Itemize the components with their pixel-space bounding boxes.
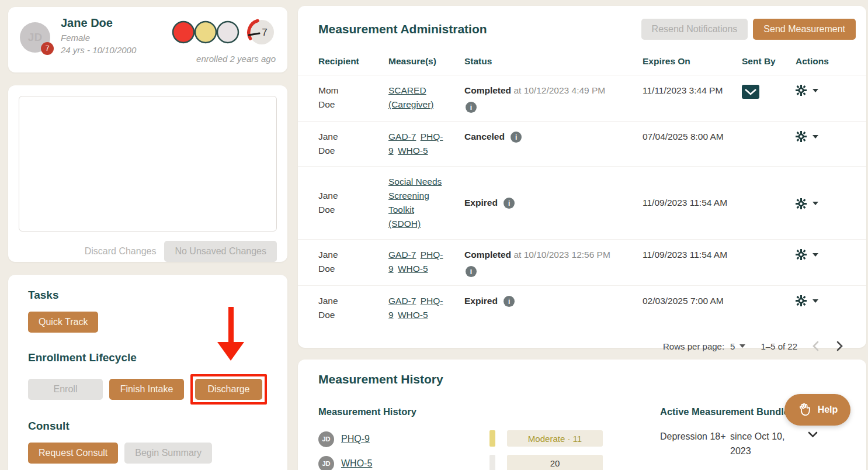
patient-sex: Female [61,32,136,44]
col-expires: Expires On [643,56,742,67]
gear-icon[interactable] [796,198,807,209]
measures-cell: GAD-7 PHQ-9 WHO-5 [388,294,464,322]
row-menu-caret-icon[interactable] [813,89,818,92]
sent-by-cell [742,175,796,176]
recipient-cell: Jane Doe [318,294,388,322]
stoplight-indicator-icon [172,19,239,47]
measure-link[interactable]: GAD-7 [388,132,416,141]
col-status: Status [464,56,643,67]
info-icon[interactable]: i [466,266,477,277]
help-label: Help [818,405,838,415]
gear-icon[interactable] [796,295,807,306]
pagination: Rows per page: 5 1–5 of 22 [298,330,866,351]
col-actions: Actions [796,56,866,67]
annotation-arrow [217,307,244,363]
prev-page-icon[interactable] [813,341,819,351]
notes-card: Discard Changes No Unsaved Changes [8,85,287,262]
actions-cell [796,294,866,306]
discard-changes-button[interactable]: Discard Changes [85,246,157,257]
next-page-icon[interactable] [836,341,843,351]
bundle-row: Depression 18+ since Oct 10, 2023 [660,429,818,458]
measurement-administration-panel: Measurement Administration Resend Notifi… [298,6,866,348]
email-icon [742,85,759,99]
actions-cell [796,84,866,96]
rows-per-page-select[interactable]: 5 [730,341,745,351]
sent-by-cell [742,294,796,295]
history-measure-link[interactable]: PHQ-9 [341,434,370,444]
notes-textarea[interactable] [19,96,277,231]
col-measures: Measure(s) [388,56,464,67]
measures-cell: GAD-7 PHQ-9 WHO-5 [388,248,464,276]
recipient-cell: Jane Doe [318,248,388,276]
begin-summary-button[interactable]: Begin Summary [124,443,212,464]
status-cell: Completed at 10/12/2023 4:49 PM i [464,84,643,113]
status-cell: Expired i [464,196,643,210]
history-row: JD WHO-5 20 [318,455,640,470]
actions-cell [796,130,866,142]
actions-cell [796,248,866,260]
admin-panel-title: Measurement Administration [318,22,487,36]
finish-intake-button[interactable]: Finish Intake [109,379,184,400]
col-recipient: Recipient [318,56,388,67]
bundle-name: Depression 18+ [660,429,730,458]
sent-by-cell [742,84,796,103]
send-measurement-button[interactable]: Send Measurement [753,19,856,40]
row-menu-caret-icon[interactable] [813,135,818,139]
rows-per-page-caret-icon [739,344,745,348]
measures-cell: SCARED (Caregiver) [388,84,464,112]
sent-by-cell [742,130,796,131]
measure-link[interactable]: Social Needs Screening Toolkit (SDOH) [388,177,442,229]
measures-cell: GAD-7 PHQ-9 WHO-5 [388,130,464,158]
patient-name: Jane Doe [61,16,136,30]
expires-cell: 11/09/2023 11:54 AM [643,196,742,210]
status-cell: Canceled i [464,130,643,144]
history-measure-link[interactable]: WHO-5 [341,458,372,469]
measurement-table: Recipient Measure(s) Status Expires On S… [298,56,866,330]
enroll-button[interactable]: Enroll [28,379,103,400]
quick-track-button[interactable]: Quick Track [28,312,98,333]
recipient-cell: Jane Doe [318,130,388,158]
row-menu-caret-icon[interactable] [813,202,818,205]
tasks-heading: Tasks [28,289,268,302]
measure-link[interactable]: GAD-7 [388,296,416,306]
bundle-expand-icon[interactable] [808,431,818,438]
resend-notifications-button[interactable]: Resend Notifications [641,19,748,40]
measures-cell: Social Needs Screening Toolkit (SDOH) [388,175,464,231]
history-list-heading: Measurement History [318,406,640,417]
info-icon[interactable]: i [466,102,477,113]
expires-cell: 11/09/2023 11:54 AM [643,248,742,262]
recipient-cell: Jane Doe [318,189,388,217]
gear-icon[interactable] [796,85,807,96]
actions-cell [796,197,866,209]
gear-icon[interactable] [796,249,807,260]
sent-by-cell [742,248,796,249]
avatar-count-badge: 7 [41,42,54,55]
severity-bar [489,430,495,447]
table-header-row: Recipient Measure(s) Status Expires On S… [298,56,866,75]
table-row: Jane Doe GAD-7 PHQ-9 WHO-5 Completed at … [298,239,866,285]
row-menu-caret-icon[interactable] [813,299,818,303]
info-icon[interactable]: i [504,296,515,307]
measure-link[interactable]: GAD-7 [388,250,416,260]
avatar: JD [318,431,334,447]
measure-link[interactable]: WHO-5 [398,264,428,274]
measure-link[interactable]: WHO-5 [398,146,428,155]
measure-link[interactable]: WHO-5 [398,310,428,320]
measurement-history-panel: Measurement History Measurement History … [298,360,866,470]
help-button[interactable]: Help [784,394,850,426]
no-unsaved-changes-button[interactable]: No Unsaved Changes [164,241,277,262]
measure-link[interactable]: SCARED (Caregiver) [388,85,434,109]
recipient-cell: Mom Doe [318,84,388,112]
info-icon[interactable]: i [504,198,515,209]
score-gauge-icon: 7 [246,18,276,49]
bundle-since: since Oct 10, 2023 [730,429,803,458]
request-consult-button[interactable]: Request Consult [28,443,118,464]
discharge-button[interactable]: Discharge [195,379,262,400]
gear-icon[interactable] [796,131,807,142]
annotation-highlight-box: Discharge [190,374,267,405]
row-menu-caret-icon[interactable] [813,253,818,257]
info-icon[interactable]: i [511,132,522,143]
severity-bar [489,455,495,470]
expires-cell: 11/11/2023 3:44 PM [643,84,742,98]
tasks-card: Tasks Quick Track Enrollment Lifecycle E… [8,275,287,470]
